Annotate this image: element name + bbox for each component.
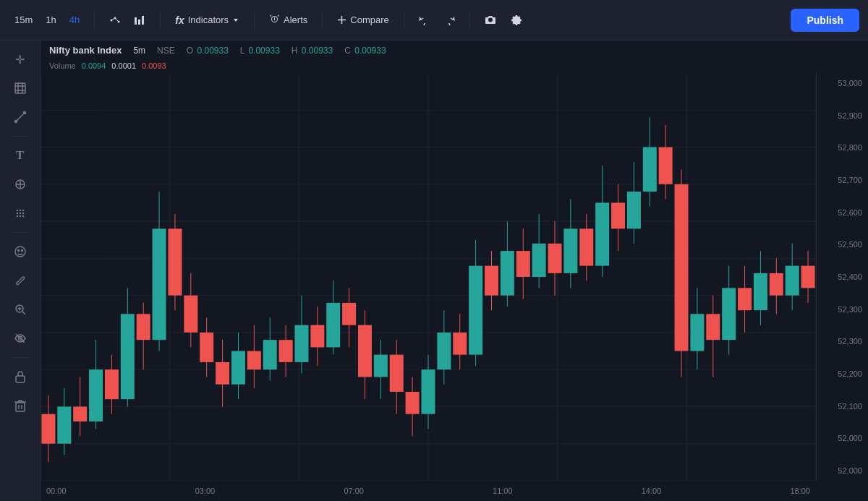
redo-btn[interactable] — [438, 11, 461, 29]
x-label-4: 14:00 — [642, 487, 662, 495]
plus-icon — [337, 15, 346, 25]
tool-measure[interactable] — [7, 267, 33, 294]
tool-patterns[interactable] — [7, 200, 33, 226]
sep1 — [94, 12, 95, 29]
tool-select[interactable] — [7, 75, 33, 101]
shapes-icon — [14, 178, 27, 191]
gear-icon — [511, 14, 522, 26]
sidebar-sep3 — [10, 357, 30, 358]
y-label-12: 52,000 — [820, 466, 862, 475]
timeframe-1h[interactable]: 1h — [40, 11, 61, 29]
timeframe-4h[interactable]: 4h — [64, 11, 85, 29]
fx-btn[interactable]: fx Indicators — [169, 11, 245, 30]
hide-icon — [14, 332, 27, 345]
svg-line-40 — [22, 312, 25, 314]
tool-trash[interactable] — [7, 393, 33, 419]
y-label-11: 52,000 — [820, 434, 862, 442]
h-val: 0.00933 — [302, 46, 333, 56]
tool-hide[interactable] — [7, 325, 33, 351]
sidebar-sep1 — [10, 136, 30, 137]
chevron-down-icon — [232, 17, 239, 24]
volume-val1: 0.0094 — [82, 61, 106, 70]
x-axis-inner: 00:00 03:00 07:00 11:00 14:00 18:00 — [41, 487, 816, 495]
redo-icon — [444, 14, 455, 25]
svg-point-34 — [15, 247, 25, 257]
svg-line-4 — [115, 18, 119, 22]
settings-btn[interactable] — [505, 11, 528, 30]
trendline-icon — [14, 111, 27, 124]
svg-rect-7 — [142, 16, 144, 25]
svg-rect-14 — [15, 83, 25, 93]
sep2 — [160, 12, 161, 29]
chart-canvas-wrapper[interactable] — [41, 73, 816, 481]
y-label-4: 52,600 — [820, 208, 862, 217]
compare-btn[interactable]: Compare — [331, 11, 394, 29]
y-label-6: 52,400 — [820, 273, 862, 281]
o-label: O — [187, 46, 193, 56]
fx-icon: fx — [175, 14, 184, 26]
svg-rect-45 — [16, 376, 25, 382]
x-label-0: 00:00 — [46, 487, 67, 495]
svg-rect-6 — [138, 20, 140, 25]
svg-line-19 — [16, 113, 25, 121]
l-val: 0.00933 — [248, 46, 279, 56]
chart-container: Nifty bank Index 5m NSE O 0.00933 L 0.00… — [41, 40, 868, 501]
tool-text[interactable]: T — [7, 142, 33, 168]
tool-crosshair[interactable]: ✛ — [7, 46, 33, 72]
y-label-9: 52,200 — [820, 369, 862, 378]
drawing-dots-icon — [109, 14, 121, 26]
x-label-1: 03:00 — [195, 487, 216, 495]
sep6 — [469, 12, 470, 29]
screenshot-btn[interactable] — [479, 11, 502, 30]
ohlc-low: L 0.00933 — [240, 46, 280, 56]
toolbar: 15m 1h 4h fx Indicators — [0, 0, 868, 40]
timeframe-15m[interactable]: 15m — [9, 11, 38, 29]
tool-trendline[interactable] — [7, 104, 33, 130]
chart-exchange: NSE — [157, 46, 175, 56]
trash-icon — [14, 399, 26, 412]
tool-lock[interactable] — [7, 364, 33, 390]
candlestick-chart[interactable] — [41, 73, 816, 481]
drawing-tools-group — [103, 11, 151, 30]
y-label-3: 52,700 — [820, 176, 862, 184]
svg-point-29 — [19, 213, 20, 214]
undo-btn[interactable] — [413, 11, 435, 29]
svg-rect-46 — [16, 403, 25, 411]
tool-shapes[interactable] — [7, 171, 33, 197]
zoom-icon — [14, 303, 27, 316]
y-label-5: 52,500 — [820, 240, 862, 249]
alarm-icon — [269, 14, 280, 25]
alerts-label: Alerts — [284, 14, 307, 25]
c-val: 0.00933 — [354, 46, 386, 56]
bar-chart-btn[interactable] — [128, 11, 151, 30]
drawing-dots-btn[interactable] — [103, 11, 127, 30]
volume-bar: Volume 0.0094 0.0001 0.0093 — [41, 60, 868, 73]
y-label-0: 53,000 — [820, 79, 862, 87]
svg-point-31 — [16, 215, 17, 217]
svg-point-28 — [16, 213, 17, 214]
alerts-btn[interactable]: Alerts — [263, 11, 313, 29]
svg-point-32 — [19, 215, 20, 217]
lock-icon — [14, 370, 26, 383]
svg-point-30 — [22, 213, 23, 214]
chart-symbol: Nifty bank Index — [49, 45, 122, 56]
y-label-2: 52,800 — [820, 143, 862, 152]
tool-emoji[interactable] — [7, 239, 33, 265]
tool-zoom[interactable] — [7, 296, 33, 322]
svg-point-25 — [16, 210, 17, 211]
x-axis: 00:00 03:00 07:00 11:00 14:00 18:00 — [41, 481, 868, 501]
publish-button[interactable]: Publish — [791, 9, 859, 32]
y-label-8: 52,300 — [820, 337, 862, 346]
emoji-icon — [14, 245, 27, 258]
select-icon — [14, 82, 27, 95]
svg-point-36 — [21, 250, 22, 252]
timeframe-group: 15m 1h 4h — [9, 11, 85, 29]
y-label-10: 52,100 — [820, 402, 862, 411]
svg-rect-37 — [16, 276, 25, 285]
svg-line-10 — [271, 15, 272, 17]
svg-point-27 — [22, 210, 23, 211]
y-axis: 53,000 52,900 52,800 52,700 52,600 52,50… — [816, 73, 868, 481]
x-label-3: 11:00 — [493, 487, 513, 495]
svg-point-33 — [22, 215, 23, 217]
patterns-icon — [14, 207, 27, 220]
